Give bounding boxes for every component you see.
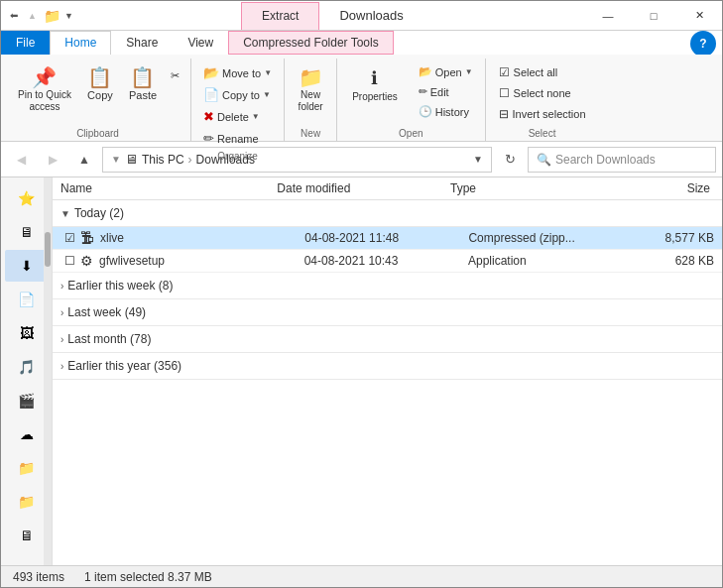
file-checkbox: ☑ — [60, 231, 78, 245]
tab-view[interactable]: View — [173, 31, 228, 55]
group-earlier-week-label: Earlier this week (8) — [67, 279, 173, 293]
sidebar-item-desktop[interactable]: 🖥 — [5, 216, 49, 248]
group-earlier-week[interactable]: › Earlier this week (8) — [53, 273, 722, 299]
select-none-button[interactable]: ☐ Select none — [492, 83, 593, 103]
open-btn[interactable]: 📂 Open ▼ — [413, 62, 479, 81]
title-bar-left: ⬅ ▲ 📁 ▼ — [1, 1, 79, 30]
ribbon-tab-spacer — [394, 31, 684, 55]
refresh-button[interactable]: ↻ — [496, 146, 524, 174]
col-header-name[interactable]: Name — [60, 181, 277, 195]
sidebar-item-folder2[interactable]: 📁 — [5, 486, 49, 518]
copy-to-icon: 📄 — [203, 87, 219, 102]
group-last-month-label: Last month (78) — [67, 332, 151, 346]
path-this-pc: This PC — [142, 153, 184, 167]
copy-to-label: Copy to — [222, 89, 260, 101]
delete-label: Delete — [217, 111, 249, 123]
col-header-date[interactable]: Date modified — [277, 181, 450, 195]
edit-icon: ✏ — [419, 85, 427, 98]
sidebar-item-downloads[interactable]: ⬇ — [5, 250, 49, 282]
item-count: 493 items — [13, 570, 64, 584]
sidebar-item-music[interactable]: 🎵 — [5, 351, 49, 383]
new-folder-button[interactable]: 📁 Newfolder — [291, 62, 330, 118]
sidebar-item-pictures[interactable]: 🖼 — [5, 317, 49, 349]
organize-label: Organize — [217, 151, 258, 164]
open-content: ℹ Properties 📂 Open ▼ ✏ Edit 🕒 — [343, 59, 478, 128]
copy-button[interactable]: 📋 Copy — [80, 62, 120, 106]
quick-access-icon: ⬅ — [7, 8, 21, 23]
sidebar-item-quick-access[interactable]: ⭐ — [5, 182, 49, 214]
minimize-button[interactable]: — — [585, 1, 631, 31]
search-box[interactable]: 🔍 Search Downloads — [528, 147, 716, 173]
pin-quick-access-button[interactable]: 📌 Pin to Quickaccess — [11, 62, 78, 118]
address-path[interactable]: ▼ 🖥 This PC › Downloads ▼ — [102, 147, 492, 173]
group-last-week-label: Last week (49) — [67, 305, 146, 319]
back-button[interactable]: ◀ — [7, 146, 35, 174]
invert-selection-button[interactable]: ⊟ Invert selection — [492, 104, 593, 124]
sidebar-item-this-pc[interactable]: 🖥 — [5, 520, 49, 551]
status-bar: 493 items 1 item selected 8.37 MB — [1, 565, 722, 587]
maximize-button[interactable]: □ — [631, 1, 676, 31]
path-dropdown-icon: ▼ — [111, 154, 121, 165]
sidebar-scrollbar[interactable] — [44, 177, 52, 565]
select-none-icon: ☐ — [499, 86, 510, 100]
select-label: Select — [529, 128, 556, 141]
forward-button[interactable]: ▶ — [39, 146, 66, 174]
organize-content: 📂 Move to ▼ 📄 Copy to ▼ ✖ Delete ▼ — [197, 59, 278, 151]
open-col: 📂 Open ▼ ✏ Edit 🕒 History — [413, 62, 479, 121]
properties-button[interactable]: ℹ Properties — [343, 62, 407, 107]
ribbon-clipboard-group: 📌 Pin to Quickaccess 📋 Copy 📋 Paste ✂ — [5, 59, 191, 141]
edit-label: Edit — [430, 86, 449, 98]
main-area: ⭐ 🖥 ⬇ 📄 🖼 🎵 🎬 ☁ 📁 📁 🖥 Name Date mod — [1, 177, 722, 565]
group-earlier-year[interactable]: › Earlier this year (356) — [53, 353, 722, 380]
up-button[interactable]: ▲ — [70, 146, 98, 174]
select-content: ☑ Select all ☐ Select none ⊟ Invert sele… — [492, 59, 593, 128]
cut-button[interactable]: ✂ — [166, 66, 184, 85]
col-header-type[interactable]: Type — [450, 181, 624, 195]
table-row[interactable]: ☐ ⚙ gfwlivesetup 04-08-2021 10:43 Applic… — [53, 250, 722, 273]
path-pc-icon: 🖥 — [125, 152, 138, 167]
window-title: Downloads — [319, 6, 422, 25]
properties-icon: ℹ — [371, 67, 378, 89]
ribbon-tabs: File Home Share View Compressed Folder T… — [1, 31, 722, 55]
history-icon: 🕒 — [419, 105, 432, 118]
ribbon-select-group: ☑ Select all ☐ Select none ⊟ Invert sele… — [486, 59, 599, 141]
file-checkbox: ☐ — [60, 254, 78, 268]
tab-file[interactable]: File — [1, 31, 50, 55]
tab-compressed[interactable]: Compressed Folder Tools — [228, 31, 394, 55]
table-row[interactable]: ☑ 🗜 xlive 04-08-2021 11:48 Compressed (z… — [53, 227, 722, 250]
select-none-label: Select none — [514, 87, 571, 99]
path-separator: › — [188, 153, 192, 167]
rename-icon: ✏ — [203, 131, 214, 146]
tab-home[interactable]: Home — [50, 31, 111, 56]
move-to-button[interactable]: 📂 Move to ▼ — [197, 62, 278, 83]
group-last-week[interactable]: › Last week (49) — [53, 299, 722, 326]
cut-area: ✂ — [166, 62, 184, 85]
group-last-month[interactable]: › Last month (78) — [53, 326, 722, 353]
extract-tab[interactable]: Extract — [241, 2, 319, 30]
column-headers: Name Date modified Type Size — [53, 177, 722, 200]
close-button[interactable]: ✕ — [676, 1, 722, 31]
help-button[interactable]: ? — [690, 31, 716, 57]
select-all-button[interactable]: ☑ Select all — [492, 62, 593, 82]
edit-btn[interactable]: ✏ Edit — [413, 82, 479, 101]
tab-share[interactable]: Share — [111, 31, 173, 55]
sidebar-item-onedrive[interactable]: ☁ — [5, 418, 49, 450]
delete-button[interactable]: ✖ Delete ▼ — [197, 106, 278, 127]
move-to-label: Move to — [222, 67, 261, 79]
history-btn[interactable]: 🕒 History — [413, 102, 479, 121]
group-today[interactable]: ▼ Today (2) — [53, 200, 722, 227]
sidebar-item-videos[interactable]: 🎬 — [5, 385, 49, 416]
gfw-size: 628 KB — [632, 254, 714, 268]
sidebar-item-folder1[interactable]: 📁 — [5, 452, 49, 484]
sidebar-item-documents[interactable]: 📄 — [5, 284, 49, 315]
window-controls: — □ ✕ — [585, 1, 722, 30]
copy-to-button[interactable]: 📄 Copy to ▼ — [197, 84, 278, 105]
select-all-label: Select all — [514, 66, 558, 78]
copy-label: Copy — [87, 89, 113, 101]
gfw-icon: ⚙ — [80, 253, 93, 269]
gfw-type: Application — [468, 254, 632, 268]
rename-button[interactable]: ✏ Rename — [197, 128, 278, 149]
paste-button[interactable]: 📋 Paste — [122, 62, 164, 106]
xlive-date: 04-08-2021 11:48 — [304, 231, 468, 245]
col-header-size[interactable]: Size — [624, 181, 710, 195]
